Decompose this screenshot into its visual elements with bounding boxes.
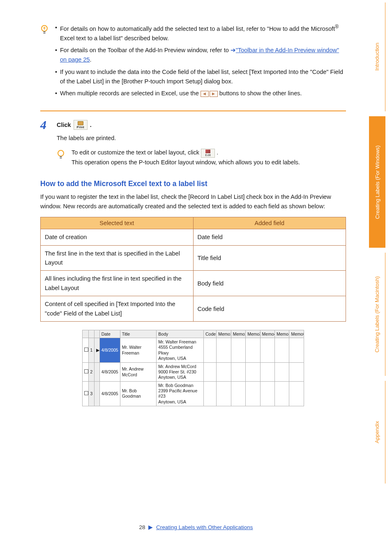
prev-next-buttons: ◀ ▶ (201, 91, 218, 97)
lightbulb-icon (57, 150, 65, 158)
step-4-result: The labels are printed. (57, 134, 346, 143)
svg-point-3 (58, 150, 64, 156)
lightbulb-icon (40, 25, 48, 33)
label-list-grid: Date Title Body Code Memo1 Memo2 Memo3 M… (82, 330, 304, 406)
tab-creating-labels-windows[interactable]: Creating Labels (For Windows) (369, 116, 385, 248)
footer-section-link[interactable]: Creating Labels with Other Applications (156, 524, 253, 530)
table-row: All lines including the first line in te… (41, 271, 346, 296)
svg-rect-5 (60, 158, 62, 159)
step-click-label: Click (57, 122, 71, 128)
svg-rect-1 (44, 31, 46, 32)
grid-col-memo5[interactable]: Memo5 (275, 330, 289, 338)
grid-col-title[interactable]: Title (120, 330, 157, 338)
step-number: 4 (40, 118, 53, 132)
printer-icon (78, 121, 83, 125)
edit-button[interactable]: Edit (201, 149, 215, 158)
section-heading: How to add the Microsoft Excel text to a… (40, 180, 346, 188)
table-row: Date of creationDate field (41, 229, 346, 245)
svg-rect-4 (60, 156, 62, 157)
grid-col-memo3[interactable]: Memo3 (246, 330, 260, 338)
grid-col-memo1[interactable]: Memo1 (217, 330, 231, 338)
arrow-right-icon: ➔ (231, 47, 236, 53)
next-record-button[interactable]: ▶ (210, 91, 218, 97)
grid-col-memo6[interactable]: Memo6 (289, 330, 304, 338)
tab-appendix[interactable]: Appendix (369, 381, 385, 484)
table-row: The first line in the text that is speci… (41, 245, 346, 271)
tip4-text: When multiple records are selected in Ex… (60, 89, 302, 98)
col-selected-text: Selected text (41, 217, 194, 229)
table-row: Content of cell specified in [Text Impor… (41, 296, 346, 322)
grid-col-body[interactable]: Body (157, 330, 204, 338)
side-nav: Introduction Creating Labels (For Window… (369, 0, 392, 555)
tab-introduction[interactable]: Introduction (369, 2, 385, 111)
row-number: 1 (88, 338, 95, 363)
row-checkbox[interactable] (84, 348, 88, 352)
row-checkbox[interactable] (84, 391, 88, 395)
row-cursor-icon (95, 362, 100, 381)
page-footer: 28 ▶ Creating Labels with Other Applicat… (0, 524, 392, 530)
row-checkbox[interactable] (84, 369, 88, 373)
tip-block-2: To edit or customize the text or label l… (57, 148, 346, 167)
tip3-text: If you want to include the data into the… (60, 67, 346, 86)
triangle-icon: ▶ (147, 524, 154, 530)
tip2-line2: This operation opens the P-touch Editor … (71, 158, 346, 167)
grid-col-date[interactable]: Date (99, 330, 120, 338)
list-item[interactable]: 1▶4/8/2005Mr. Walter FreemanMr. Walter F… (83, 338, 304, 363)
field-mapping-table: Selected text Added field Date of creati… (40, 217, 346, 322)
grid-col-code[interactable]: Code (204, 330, 217, 338)
tip1-text: For details on how to automatically add … (60, 23, 346, 43)
row-cursor-icon (95, 382, 100, 406)
grid-col-memo2[interactable]: Memo2 (231, 330, 245, 338)
step-4: 4 Click Print . (40, 118, 346, 132)
page-number: 28 (139, 524, 145, 530)
tab-creating-labels-mac[interactable]: Creating Labels (For Macintosh) (369, 253, 385, 376)
row-number: 2 (88, 362, 95, 381)
col-added-field: Added field (193, 217, 346, 229)
section-description: If you want to register the text in the … (40, 192, 346, 211)
tip2-text: For details on the Toolbar of the Add-In… (60, 46, 346, 64)
row-number: 3 (88, 382, 95, 406)
prev-record-button[interactable]: ◀ (201, 91, 209, 97)
row-cursor-icon: ▶ (95, 338, 100, 363)
list-item[interactable]: 34/8/2005Mr. Bob GoodmanMr. Bob Goodman2… (83, 382, 304, 406)
tip-block-1: •For details on how to automatically add… (40, 23, 346, 101)
print-button[interactable]: Print (74, 120, 88, 130)
svg-rect-2 (44, 33, 46, 34)
divider (40, 111, 346, 111)
edit-icon (205, 150, 210, 153)
list-item[interactable]: 24/8/2005Mr. Andrew McCordMr. Andrew McC… (83, 362, 304, 381)
grid-col-memo4[interactable]: Memo4 (260, 330, 274, 338)
